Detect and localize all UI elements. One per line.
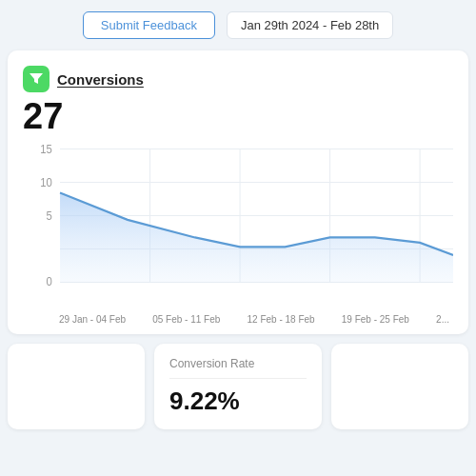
chart-svg: 15 10 5 0 [23,144,453,310]
x-axis-labels: 29 Jan - 04 Feb 05 Feb - 11 Feb 12 Feb -… [23,310,453,325]
conversion-rate-card: Conversion Rate 9.22% [154,344,322,429]
x-label-3: 12 Feb - 18 Feb [247,314,314,325]
conversions-total: 27 [23,98,453,134]
chart-area-fill [60,192,453,282]
svg-text:5: 5 [47,209,52,222]
card-title: Conversions [57,71,144,88]
empty-card [8,344,145,429]
x-label-2: 05 Feb - 11 Feb [152,314,220,325]
empty-card-2 [331,344,468,429]
svg-text:10: 10 [40,176,52,188]
svg-text:15: 15 [40,144,52,155]
x-label-1: 29 Jan - 04 Feb [59,314,126,325]
top-bar: Submit Feedback Jan 29th 2024 - Feb 28th [0,0,476,50]
card-header: Conversions [23,66,453,92]
funnel-icon [29,71,44,87]
x-label-5: 2... [436,314,449,325]
svg-text:0: 0 [47,274,53,287]
submit-feedback-button[interactable]: Submit Feedback [83,11,215,39]
conversions-card: Conversions 27 15 10 5 0 [8,50,468,334]
x-label-4: 19 Feb - 25 Feb [342,314,409,325]
conversion-rate-label: Conversion Rate [169,357,307,379]
conversion-rate-value: 9.22% [169,387,307,416]
bottom-cards: Conversion Rate 9.22% [8,344,468,429]
conversions-icon-box [23,66,50,92]
date-range-display: Jan 29th 2024 - Feb 28th [227,11,393,39]
chart-area: 15 10 5 0 [23,144,453,310]
